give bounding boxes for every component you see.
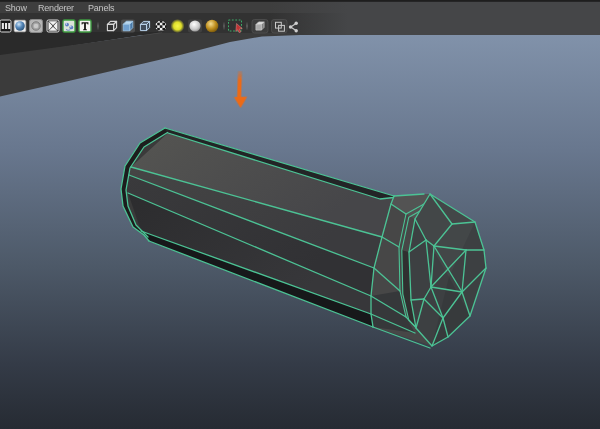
svg-text:Show: Show [5,3,27,13]
svg-text:Panels: Panels [88,3,115,13]
svg-text:Renderer: Renderer [38,3,74,13]
